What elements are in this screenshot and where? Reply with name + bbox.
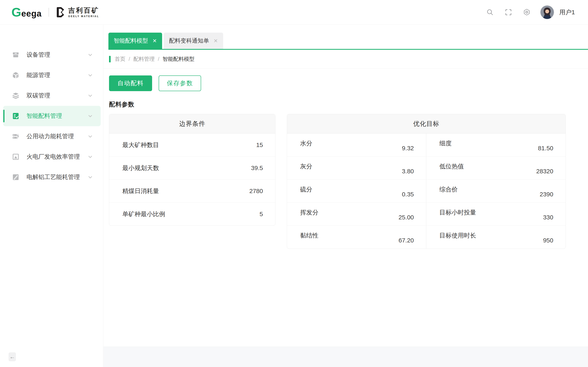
- table-cell: 水分 9.32: [287, 133, 426, 156]
- chevron-down-icon[interactable]: [87, 72, 93, 78]
- sidebar-item-thermal-plant-efficiency[interactable]: 火电厂发电效率管理: [0, 147, 103, 167]
- row-value[interactable]: 67.20: [398, 237, 414, 244]
- chevron-down-icon[interactable]: [87, 154, 93, 160]
- table-cell: 目标小时投量 330: [426, 203, 566, 225]
- geely-logo-icon: [56, 7, 65, 18]
- sidebar-item-label: 电解铝工艺能耗管理: [26, 173, 80, 181]
- app-screen: G eega 吉利百矿 GEELY MATERIAL: [0, 0, 588, 367]
- row-value[interactable]: 5: [259, 211, 263, 217]
- row-value[interactable]: 28320: [536, 168, 553, 175]
- tab-label: 配料变科通知单: [169, 37, 209, 45]
- row-value[interactable]: 0.35: [402, 191, 414, 198]
- chevron-down-icon[interactable]: [87, 174, 93, 180]
- username[interactable]: 用户1: [559, 8, 575, 17]
- main-content: 智能配料模型 ✕ 配料变科通知单 ✕ 首页 / 配料管理 / 智能配料模型 自动…: [104, 25, 588, 367]
- dual-carbon-icon: [12, 92, 20, 100]
- fullscreen-icon[interactable]: [504, 8, 512, 16]
- energy-management-icon: [12, 71, 20, 79]
- table-cell: 黏结性 67.20: [287, 226, 426, 249]
- logo-divider: [49, 8, 49, 17]
- table-row: 水分 9.32 细度 81.50: [287, 133, 566, 156]
- row-value[interactable]: 2780: [249, 188, 263, 194]
- chevron-down-icon[interactable]: [87, 52, 93, 58]
- row-value[interactable]: 9.32: [402, 145, 414, 152]
- geega-logo-g: G: [11, 6, 21, 18]
- chevron-down-icon[interactable]: [87, 133, 93, 140]
- row-value[interactable]: 3.80: [402, 168, 414, 175]
- breadcrumb-item-batching-management[interactable]: 配料管理: [133, 55, 155, 63]
- table-row: 灰分 3.80 低位热值 28320: [287, 156, 566, 179]
- row-label: 黏结性: [300, 231, 319, 240]
- tab-close-icon[interactable]: ✕: [153, 38, 157, 43]
- sidebar-item-label: 设备管理: [26, 51, 50, 59]
- row-label: 综合价: [439, 185, 458, 194]
- breadcrumb-item-home[interactable]: 首页: [115, 55, 125, 63]
- row-label: 挥发分: [300, 208, 319, 217]
- boundary-conditions-table: 边界条件 最大矿种数目 15 最小规划天数 39.5 精煤日消耗量 2780 单…: [109, 114, 276, 226]
- settings-icon[interactable]: [523, 8, 531, 16]
- table-row: 精煤日消耗量 2780: [109, 179, 275, 202]
- sidebar-item-label: 能源管理: [26, 71, 50, 79]
- table-cell: 目标使用时长 950: [426, 226, 566, 249]
- row-label: 最大矿种数目: [122, 141, 159, 149]
- chevron-down-icon[interactable]: [87, 113, 93, 119]
- params-tables: 边界条件 最大矿种数目 15 最小规划天数 39.5 精煤日消耗量 2780 单…: [109, 114, 588, 249]
- row-value[interactable]: 25.00: [398, 214, 414, 221]
- table-row: 单矿种最小比例 5: [109, 202, 275, 225]
- aluminum-process-icon: [12, 173, 20, 181]
- row-value[interactable]: 330: [543, 214, 553, 221]
- row-value[interactable]: 15: [256, 142, 263, 149]
- tab-label: 智能配料模型: [114, 37, 148, 45]
- breadcrumb-separator: /: [158, 56, 159, 62]
- table-row: 挥发分 25.00 目标小时投量 330: [287, 202, 566, 225]
- breadcrumb-separator: /: [129, 56, 130, 62]
- row-label: 灰分: [300, 162, 312, 171]
- boundary-table-header: 边界条件: [109, 114, 275, 133]
- left-arrow-icon: ←: [9, 354, 15, 360]
- row-label: 细度: [439, 139, 452, 148]
- sidebar-item-utility-power-energy[interactable]: 公用动力能耗管理: [0, 126, 103, 147]
- tab-smart-batching-model[interactable]: 智能配料模型 ✕: [108, 33, 162, 49]
- brand-area: G eega 吉利百矿 GEELY MATERIAL: [0, 6, 99, 18]
- sidebar-item-dual-carbon-management[interactable]: 双碳管理: [0, 85, 103, 106]
- row-label: 目标使用时长: [439, 231, 476, 240]
- utility-power-icon: [12, 133, 20, 140]
- table-row: 黏结性 67.20 目标使用时长 950: [287, 225, 566, 249]
- smart-batching-icon: [12, 112, 20, 120]
- sidebar-menu: 设备管理 能源管理: [0, 25, 103, 187]
- avatar[interactable]: [540, 6, 554, 19]
- auto-batching-button[interactable]: 自动配料: [109, 75, 152, 91]
- row-label: 精煤日消耗量: [122, 187, 159, 195]
- tab-batching-change-notice[interactable]: 配料变科通知单 ✕: [164, 33, 223, 49]
- table-cell: 低位热值 28320: [426, 157, 566, 179]
- toolbar: 自动配料 保存参数: [109, 75, 588, 91]
- sidebar-item-energy-management[interactable]: 能源管理: [0, 65, 103, 85]
- table-cell: 挥发分 25.00: [287, 203, 426, 225]
- geely-logo-cn: 吉利百矿: [68, 7, 99, 14]
- row-label: 最小规划天数: [122, 164, 159, 172]
- geega-logo-text: eega: [21, 9, 42, 18]
- row-value[interactable]: 81.50: [538, 145, 553, 152]
- tab-close-icon[interactable]: ✕: [214, 38, 218, 43]
- sidebar: 设备管理 能源管理: [0, 25, 103, 367]
- row-label: 低位热值: [439, 162, 464, 171]
- params-section-title: 配料参数: [109, 101, 588, 108]
- chevron-down-icon[interactable]: [87, 92, 93, 99]
- row-value[interactable]: 39.5: [251, 165, 263, 171]
- top-header: G eega 吉利百矿 GEELY MATERIAL: [0, 0, 588, 25]
- main-footer-strip: [104, 347, 588, 367]
- collapse-sidebar-button[interactable]: ←: [9, 352, 16, 361]
- search-icon[interactable]: [486, 8, 494, 16]
- sidebar-item-aluminum-process-energy[interactable]: 电解铝工艺能耗管理: [0, 167, 103, 187]
- sidebar-item-device-management[interactable]: 设备管理: [0, 45, 103, 65]
- device-management-icon: [12, 51, 20, 59]
- table-row: 最小规划天数 39.5: [109, 156, 275, 179]
- geely-logo-text: 吉利百矿 GEELY MATERIAL: [68, 7, 99, 17]
- sidebar-item-label: 双碳管理: [26, 92, 50, 100]
- geely-logo-en: GEELY MATERIAL: [68, 15, 99, 17]
- table-row: 最大矿种数目 15: [109, 133, 275, 156]
- sidebar-item-smart-batching-management[interactable]: 智能配料管理: [3, 106, 101, 126]
- row-value[interactable]: 2390: [540, 191, 553, 198]
- save-params-button[interactable]: 保存参数: [159, 75, 201, 91]
- row-value[interactable]: 950: [543, 237, 553, 244]
